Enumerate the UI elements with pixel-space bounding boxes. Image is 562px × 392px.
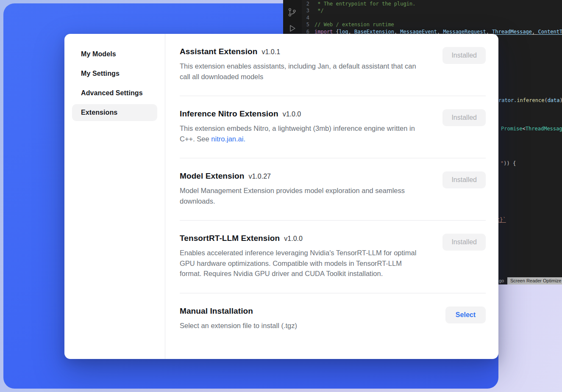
code-token: ThreadMessage [526,126,562,132]
installed-button-tensortrt-llm-extension[interactable]: Installed [442,234,486,251]
extension-description: Select an extension file to install (.tg… [180,320,297,331]
extension-version: v1.0.0 [283,110,301,118]
sidebar-item-advanced-settings[interactable]: Advanced Settings [72,85,157,102]
extension-title: Assistant Extension [180,47,258,56]
extension-description: Model Management Extension provides mode… [180,185,425,206]
line-number: 2 [302,0,314,7]
inference-nitro-extension-row: Inference Nitro Extensionv1.0.0This exte… [180,96,486,158]
code-text: * The entrypoint for the plugin. [314,0,415,7]
code-token: rator. [498,97,517,103]
code-token: Promise [501,126,523,132]
line-number: 5 [302,21,314,28]
code-token: * The entrypoint for the plugin. [314,1,415,7]
code-text: // Web / extension runtime [314,21,394,28]
assistant-extension-row: Assistant Extensionv1.0.1This extension … [180,34,486,96]
screen-reader-optimized-badge: Screen Reader Optimize [507,277,562,284]
code-fragment: Promise<ThreadMessage> [501,125,562,132]
installed-button-model-extension[interactable]: Installed [442,171,486,188]
extension-version: v1.0.27 [248,173,270,180]
code-line: 2 * The entrypoint for the plugin. [302,0,562,7]
code-token: // Web / extension runtime [314,22,394,28]
extension-title-line: Manual Installation [180,306,297,316]
nitro-jan-ai-link[interactable]: nitro.jan.ai. [211,135,245,143]
extension-description: Enables accelerated inference leveraging… [180,248,425,279]
installed-button-assistant-extension[interactable]: Installed [442,47,486,64]
code-line: 4 [302,14,562,21]
code-token: ContentType [538,29,562,35]
manual-installation-row: Manual InstallationSelect an extension f… [180,293,486,345]
extension-title-line: Inference Nitro Extensionv1.0.0 [180,109,425,119]
code-token: )) { [504,160,516,166]
tensortrt-llm-extension-row: TensortRT-LLM Extensionv1.0.0Enables acc… [180,221,486,293]
extension-version: v1.0.0 [284,235,303,243]
extension-title: Manual Installation [180,306,253,316]
extension-description: This extension embeds Nitro, a lightweig… [180,123,425,144]
settings-sidebar: My ModelsMy SettingsAdvanced SettingsExt… [64,34,165,359]
code-token: */ [314,8,324,14]
extension-title-line: TensortRT-LLM Extensionv1.0.0 [180,234,425,243]
extension-info: Assistant Extensionv1.0.1This extension … [180,47,425,82]
code-token: )); [560,97,562,103]
code-token: ( [544,97,547,103]
extension-info: TensortRT-LLM Extensionv1.0.0Enables acc… [180,234,425,279]
extension-title: Model Extension [180,171,244,181]
code-token: inference [517,97,544,103]
sidebar-item-extensions[interactable]: Extensions [72,104,157,121]
code-token: ThreadMessage [492,29,532,35]
code-text: */ [314,7,324,14]
code-token: data [548,97,560,103]
code-lines: 2 * The entrypoint for the plugin.3 */45… [302,0,562,35]
installed-button-inference-nitro-extension[interactable]: Installed [442,109,486,126]
extension-version: v1.0.1 [262,48,281,56]
extension-title-line: Assistant Extensionv1.0.1 [180,47,425,56]
code-fragment: rator.inference(data)); [498,97,562,104]
model-extension-row: Model Extensionv1.0.27Model Management E… [180,158,486,221]
extension-info: Model Extensionv1.0.27Model Management E… [180,171,425,206]
page-background: 2 * The entrypoint for the plugin.3 */45… [0,0,562,392]
code-line: 5// Web / extension runtime [302,21,562,28]
status-bar-text: go [499,278,504,283]
select-button-manual-installation[interactable]: Select [445,306,486,323]
run-debug-icon[interactable] [287,24,297,33]
extension-title: Inference Nitro Extension [180,109,278,119]
sidebar-item-my-models[interactable]: My Models [72,46,157,63]
source-control-icon[interactable] [287,7,297,18]
code-fragment: ")) { [501,160,516,167]
settings-modal: My ModelsMy SettingsAdvanced SettingsExt… [64,34,498,359]
extensions-list: Assistant Extensionv1.0.1This extension … [165,34,498,359]
line-number: 4 [302,14,314,21]
extension-title: TensortRT-LLM Extension [180,234,280,243]
code-token: , [532,29,538,35]
extension-info: Inference Nitro Extensionv1.0.0This exte… [180,109,425,144]
sidebar-item-my-settings[interactable]: My Settings [72,65,157,82]
extension-description: This extension enables assistants, inclu… [180,61,425,82]
code-line: 3 */ [302,7,562,14]
extension-title-line: Model Extensionv1.0.27 [180,171,425,181]
extension-info: Manual InstallationSelect an extension f… [180,306,297,331]
line-number: 3 [302,7,314,14]
code-token: < [523,126,526,132]
